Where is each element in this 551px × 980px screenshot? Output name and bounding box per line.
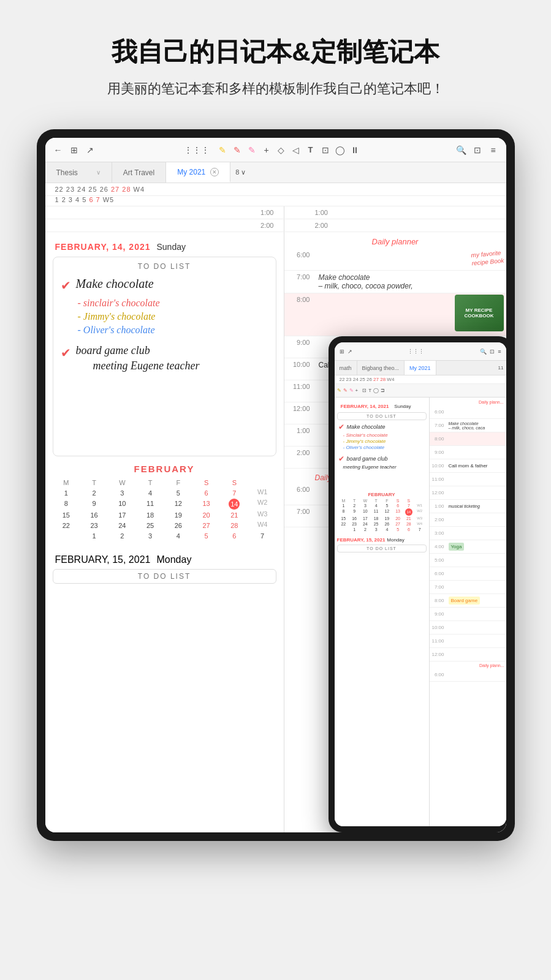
phone-left-panel: FEBRUARY, 14, 2021 Sunday TO DO LIST ✔ M… bbox=[335, 398, 430, 826]
phone-toolbar: ⊞ ↗ ⋮⋮⋮ 🔍 ⊡ ≡ bbox=[335, 342, 506, 361]
phone-time-1000: 10:00 Call mom & father bbox=[430, 459, 506, 473]
back-icon[interactable]: ← bbox=[53, 145, 64, 156]
resize-icon[interactable]: ⊡ bbox=[472, 145, 483, 156]
phone-feb15-todo: TO DO LIST bbox=[337, 545, 427, 552]
phone-pencil2-icon[interactable]: ✎ bbox=[343, 388, 348, 393]
eraser-icon[interactable]: ◇ bbox=[276, 145, 287, 156]
pause-icon[interactable]: ⏸ bbox=[349, 145, 360, 156]
phone-tab-math[interactable]: math bbox=[335, 361, 357, 375]
phone-tabs: math Bigbang theo... My 2021 11 bbox=[335, 361, 506, 375]
calendar-strip: 22 23 24 25 26 27 28 W4 bbox=[45, 183, 506, 196]
time-row-600: 6:00 my favoriterecipe Book bbox=[284, 249, 506, 271]
phone-task-2b: meeting Eugene teacher bbox=[343, 464, 429, 471]
phone-time-700: 7:00 Make chocolate– milk, choco, caca bbox=[430, 419, 506, 432]
phone-date: FEBRUARY, 14, 2021 bbox=[337, 400, 393, 410]
time-row-700: 7:00 Make chocolate– milk, choco, cocoa … bbox=[284, 271, 506, 293]
todo-item-1: ✔ Make chocolate bbox=[61, 277, 268, 293]
phone-time-100: 1:00 musical ticketing bbox=[430, 500, 506, 513]
phone-image-icon[interactable]: ⊡ bbox=[362, 388, 367, 393]
tab-art-travel[interactable]: Art Travel bbox=[112, 162, 166, 183]
search-icon[interactable]: 🔍 bbox=[456, 145, 467, 156]
tab-thesis[interactable]: Thesis ∨ bbox=[45, 162, 112, 183]
feb15-todo: TO DO LIST bbox=[53, 569, 276, 584]
phone-mini-grid: MTWTFSS 1234567W1 891011121314W2 1516171… bbox=[338, 499, 425, 532]
phone-pencil3-icon[interactable]: ✎ bbox=[349, 388, 354, 393]
phone-time-800: 8:00 bbox=[430, 432, 506, 446]
phone-feb15-daily: Daily plann... bbox=[430, 662, 506, 668]
pencil-pink-icon[interactable]: ✎ bbox=[246, 145, 257, 156]
phone-pencil-icon[interactable]: ✎ bbox=[337, 388, 341, 393]
phone-add-icon[interactable]: + bbox=[355, 388, 359, 393]
phone-text-icon[interactable]: T bbox=[368, 388, 371, 393]
phone-time-200: 2:00 bbox=[430, 513, 506, 527]
task-2b-text: meeting Eugene teacher bbox=[93, 360, 200, 372]
phone-subtask-2: - Jimmy's chocolate bbox=[343, 439, 429, 445]
tablet-screen: ← ⊞ ↗ ⋮⋮⋮ ✎ ✎ ✎ + ◇ ◁ T ⊡ ◯ ⏸ 🔍 ⊡ bbox=[45, 138, 506, 832]
date-text: FEBRUARY, 14, 2021 bbox=[55, 242, 151, 252]
phone-time-400: 4:00 Yoga bbox=[430, 540, 506, 554]
grid-icon[interactable]: ⊞ bbox=[69, 145, 80, 156]
phone-comment2-icon[interactable]: ◯ bbox=[373, 388, 379, 393]
phone-time-1000b: 10:00 bbox=[430, 621, 506, 635]
phone-resize-icon[interactable]: ⊡ bbox=[490, 349, 495, 355]
phone-time-900b: 9:00 bbox=[430, 608, 506, 621]
calendar-strip2: 1 2 3 4 5 6 7 W5 bbox=[45, 196, 506, 206]
phone-task-1: Make chocolate bbox=[347, 424, 386, 430]
text-icon[interactable]: T bbox=[305, 145, 316, 156]
todo-section: TO DO LIST ✔ Make chocolate - sinclair's… bbox=[53, 257, 276, 456]
recipe-book-image: MY RECIPECOOKBOOK bbox=[455, 295, 504, 331]
menu-icon[interactable]: ≡ bbox=[488, 145, 499, 156]
feb15-day: Monday bbox=[156, 554, 191, 565]
phone-check-2: ✔ bbox=[338, 454, 344, 463]
mini-cal-title: FEBRUARY bbox=[53, 464, 276, 474]
app-grid-icon[interactable]: ⋮⋮⋮ bbox=[191, 145, 202, 156]
tab-count: 8 ∨ bbox=[230, 162, 251, 183]
mini-calendar: FEBRUARY MTWTFSS 1234567W1 891011121314W… bbox=[53, 464, 276, 541]
date-header: FEBRUARY, 14, 2021 Sunday bbox=[45, 232, 284, 257]
phone-time-600b: 6:00 bbox=[430, 567, 506, 581]
phone-mini-cal-title: FEBRUARY bbox=[338, 492, 425, 497]
phone-task-2: board game club bbox=[347, 456, 388, 462]
phone-drawing-toolbar: ✎ ✎ ✎ + ⊡ T ◯ ⊐ bbox=[335, 384, 506, 398]
pencil-yellow-icon[interactable]: ✎ bbox=[217, 145, 228, 156]
feb15-date: FEBRUARY, 15, 2021 bbox=[55, 554, 151, 565]
phone-screen: ⊞ ↗ ⋮⋮⋮ 🔍 ⊡ ≡ math Bigbang theo... My 20… bbox=[335, 342, 506, 826]
phone-time-800b: 8:00 Board game bbox=[430, 594, 506, 608]
phone-time-1200b: 12:00 bbox=[430, 648, 506, 662]
board-game-event: Board game bbox=[449, 597, 481, 605]
feb15-date-header: FEBRUARY, 15, 2021 Monday bbox=[45, 547, 284, 569]
phone-feb15-600: 6:00 bbox=[430, 668, 506, 682]
page-subtitle: 用美丽的笔记本套和多样的模板制作我自己的笔记本吧！ bbox=[107, 78, 444, 99]
phone-todo-item-1: ✔ Make chocolate bbox=[335, 423, 429, 432]
phone-time-700b: 7:00 bbox=[430, 581, 506, 594]
lasso-icon[interactable]: ◁ bbox=[291, 145, 302, 156]
phone-feb15-header: FEBRUARY, 15, 2021 Monday bbox=[335, 535, 429, 543]
feb15-todo-title: TO DO LIST bbox=[53, 569, 276, 584]
phone-grid-icon[interactable]: ⊞ bbox=[340, 349, 344, 355]
pencil-red-icon[interactable]: ✎ bbox=[232, 145, 243, 156]
phone-right-panel: Daily plann... 6:00 7:00 Make chocolate–… bbox=[430, 398, 506, 826]
phone-search-icon[interactable]: 🔍 bbox=[480, 349, 487, 355]
subtask-1: - sinclair's chocolate bbox=[78, 298, 268, 309]
phone-tab-my2021[interactable]: My 2021 bbox=[405, 361, 436, 375]
phone-share-icon[interactable]: ↗ bbox=[348, 349, 352, 355]
phone-time-900: 9:00 bbox=[430, 446, 506, 459]
task-2-text: board game club bbox=[76, 344, 200, 357]
phone-mini-calendar: FEBRUARY MTWTFSS 1234567W1 891011121314W… bbox=[335, 489, 429, 535]
tab-close-icon[interactable]: ✕ bbox=[210, 168, 219, 176]
phone-todo-title: TO DO LIST bbox=[337, 412, 427, 420]
image-insert-icon[interactable]: ⊡ bbox=[320, 145, 331, 156]
tab-my2021[interactable]: My 2021 ✕ bbox=[166, 162, 230, 183]
subtask-3: - Oliver's chocolate bbox=[78, 325, 268, 336]
add-icon[interactable]: + bbox=[261, 145, 272, 156]
phone-time-600: 6:00 bbox=[430, 405, 506, 419]
comment-icon[interactable]: ◯ bbox=[335, 145, 346, 156]
check-icon-2: ✔ bbox=[61, 345, 71, 360]
toolbar: ← ⊞ ↗ ⋮⋮⋮ ✎ ✎ ✎ + ◇ ◁ T ⊡ ◯ ⏸ 🔍 ⊡ bbox=[45, 138, 506, 162]
share-icon[interactable]: ↗ bbox=[85, 145, 96, 156]
phone-menu-icon[interactable]: ≡ bbox=[498, 349, 501, 355]
phone-tab-bigbang[interactable]: Bigbang theo... bbox=[357, 361, 405, 375]
phone-subtask-3: - Oliver's chocolate bbox=[343, 445, 429, 451]
phone-sticker-icon[interactable]: ⊐ bbox=[381, 388, 385, 393]
phone-app-grid-icon[interactable]: ⋮⋮⋮ bbox=[355, 349, 477, 355]
